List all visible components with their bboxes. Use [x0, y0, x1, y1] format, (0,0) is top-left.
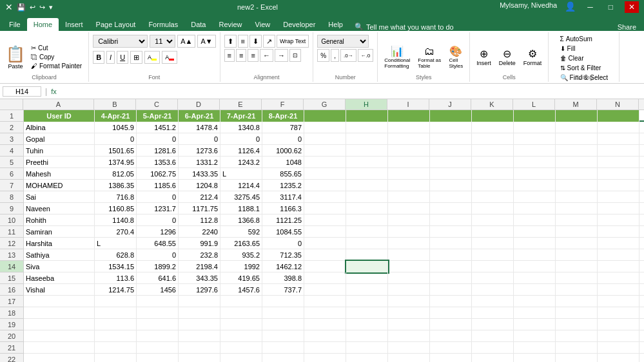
cell-19-12[interactable] [514, 319, 556, 330]
cell-12-1[interactable]: Harshita [24, 238, 95, 249]
tab-review[interactable]: Review [212, 18, 248, 31]
cell-2-9[interactable] [388, 122, 430, 133]
cell-5-12[interactable] [514, 157, 556, 168]
cell-21-6[interactable] [262, 342, 304, 354]
row-header-4[interactable]: 4 [0, 145, 23, 157]
autosum-button[interactable]: Σ AutoSum [558, 35, 610, 43]
cell-1-1[interactable]: User ID [24, 110, 95, 122]
cell-11-11[interactable] [472, 226, 514, 238]
font-color-button[interactable]: A [162, 51, 177, 64]
cell-2-13[interactable] [556, 122, 598, 133]
cell-21-11[interactable] [472, 342, 514, 354]
cell-16-2[interactable]: 1214.75 [95, 284, 137, 296]
cell-14-5[interactable]: 1992 [220, 261, 262, 272]
cell-18-14[interactable] [598, 307, 639, 319]
row-header-5[interactable]: 5 [0, 157, 23, 168]
cell-5-1[interactable]: Preethi [24, 157, 95, 168]
cell-17-3[interactable] [137, 296, 179, 307]
cell-15-7[interactable] [304, 272, 346, 284]
cell-20-4[interactable] [179, 330, 220, 342]
cell-21-4[interactable] [179, 342, 220, 354]
cell-12-10[interactable] [430, 238, 472, 249]
decimal-decrease-button[interactable]: ←.0 [358, 49, 374, 62]
cell-3-14[interactable] [598, 133, 639, 145]
cell-21-14[interactable] [598, 342, 639, 354]
cell-22-9[interactable] [388, 354, 430, 362]
cell-9-14[interactable] [598, 203, 639, 214]
cell-19-10[interactable] [430, 319, 472, 330]
cell-1-11[interactable] [472, 110, 514, 122]
cell-styles-button[interactable]: 🎨 CellStyles [446, 44, 465, 70]
align-middle-button[interactable]: ≡ [238, 35, 248, 48]
cell-9-5[interactable]: 1188.1 [220, 203, 262, 214]
cell-20-12[interactable] [514, 330, 556, 342]
cell-16-6[interactable]: 737.7 [262, 284, 304, 296]
cell-18-6[interactable] [262, 307, 304, 319]
formula-input[interactable] [59, 88, 641, 95]
cell-15-13[interactable] [556, 272, 598, 284]
cell-17-13[interactable] [556, 296, 598, 307]
cell-17-4[interactable] [179, 296, 220, 307]
cell-19-9[interactable] [388, 319, 430, 330]
cell-16-13[interactable] [556, 284, 598, 296]
cell-17-5[interactable] [220, 296, 262, 307]
cell-5-8[interactable] [346, 157, 388, 168]
cell-15-10[interactable] [430, 272, 472, 284]
cell-22-7[interactable] [304, 354, 346, 362]
cell-11-3[interactable]: 1296 [137, 226, 179, 238]
cell-5-11[interactable] [472, 157, 514, 168]
cell-2-7[interactable] [304, 122, 346, 133]
cell-1-14[interactable] [598, 110, 639, 122]
cell-22-8[interactable] [346, 354, 388, 362]
cell-1-5[interactable]: 7-Apr-21 [220, 110, 262, 122]
cell-16-8[interactable] [346, 284, 388, 296]
cell-14-8[interactable] [346, 261, 388, 272]
cell-9-2[interactable]: 1160.85 [95, 203, 137, 214]
cell-17-6[interactable] [262, 296, 304, 307]
cell-6-6[interactable]: 855.65 [262, 168, 304, 180]
cell-15-9[interactable] [388, 272, 430, 284]
cell-7-4[interactable]: 1204.8 [179, 180, 220, 191]
cell-3-5[interactable]: 0 [220, 133, 262, 145]
cell-6-13[interactable] [556, 168, 598, 180]
sort-filter-button[interactable]: ⇅ Sort & Filter [558, 64, 610, 72]
cell-15-14[interactable] [598, 272, 639, 284]
cell-20-8[interactable] [346, 330, 388, 342]
cell-13-7[interactable] [304, 249, 346, 261]
align-right-button[interactable]: ≡ [248, 49, 258, 62]
cell-21-7[interactable] [304, 342, 346, 354]
cell-8-8[interactable] [346, 191, 388, 203]
cell-14-13[interactable] [556, 261, 598, 272]
cell-16-11[interactable] [472, 284, 514, 296]
cell-8-5[interactable]: 3275.45 [220, 191, 262, 203]
quick-access-save[interactable]: 💾 [17, 3, 26, 12]
cell-9-12[interactable] [514, 203, 556, 214]
cell-7-5[interactable]: 1214.4 [220, 180, 262, 191]
tab-home[interactable]: Home [27, 18, 59, 31]
cell-11-5[interactable]: 592 [220, 226, 262, 238]
cell-21-5[interactable] [220, 342, 262, 354]
tab-formulas[interactable]: Formulas [142, 18, 184, 31]
row-header-18[interactable]: 18 [0, 307, 23, 319]
cell-4-11[interactable] [472, 145, 514, 157]
row-header-9[interactable]: 9 [0, 203, 23, 214]
cell-7-8[interactable] [346, 180, 388, 191]
conditional-formatting-button[interactable]: 📊 ConditionalFormatting [382, 44, 413, 70]
row-header-15[interactable]: 15 [0, 272, 23, 284]
cell-2-5[interactable]: 1340.8 [220, 122, 262, 133]
tab-help[interactable]: Help [322, 18, 349, 31]
col-header-j[interactable]: J [429, 99, 471, 110]
cell-5-10[interactable] [430, 157, 472, 168]
format-as-table-button[interactable]: 🗂 Format asTable [415, 44, 444, 70]
cell-19-5[interactable] [220, 319, 262, 330]
percent-button[interactable]: % [317, 49, 329, 62]
cell-7-12[interactable] [514, 180, 556, 191]
cell-14-7[interactable] [304, 261, 346, 272]
cell-9-7[interactable] [304, 203, 346, 214]
cell-22-4[interactable] [179, 354, 220, 362]
cell-6-1[interactable]: Mahesh [24, 168, 95, 180]
cell-10-4[interactable]: 112.8 [179, 214, 220, 226]
cell-2-14[interactable] [598, 122, 639, 133]
cell-3-6[interactable]: 0 [262, 133, 304, 145]
cell-20-1[interactable] [24, 330, 95, 342]
